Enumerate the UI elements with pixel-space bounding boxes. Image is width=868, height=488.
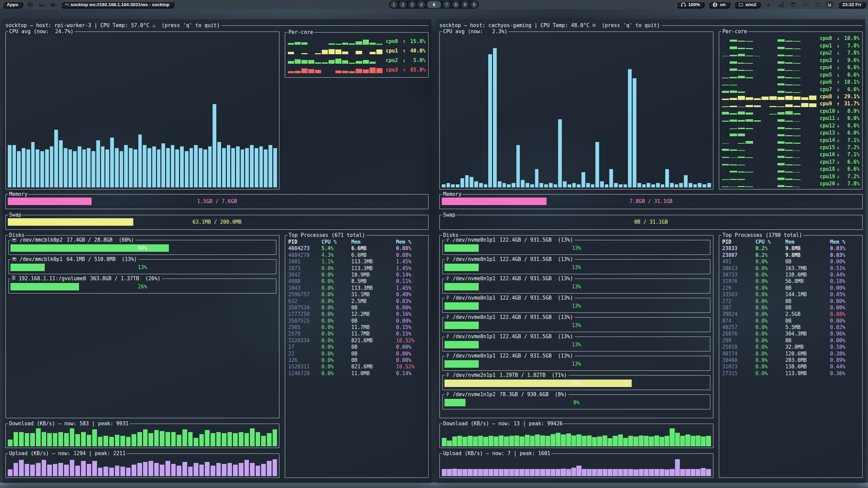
upload-bar: [126, 468, 131, 476]
download-bar: [608, 438, 612, 446]
cpu-history-bar: [558, 119, 562, 187]
spark-bar: [738, 96, 745, 100]
download-chart: [442, 427, 711, 446]
spark-bar: [349, 71, 355, 73]
core-sparkline: [288, 45, 386, 54]
workspace-button-2[interactable]: 2: [399, 1, 407, 8]
workspace-button-4[interactable]: 4: [418, 1, 425, 8]
core-sparkline: [722, 78, 820, 85]
cpu-history-bar: [157, 149, 161, 187]
core-label: cpu20↓7.8%: [820, 180, 860, 187]
process-row: 40842704.3%6.6MB0.08%: [285, 252, 428, 259]
process-row: 304600.0%283.0MB0.89%: [719, 357, 862, 364]
apps-button[interactable]: Apps: [2, 1, 23, 8]
upload-bar: [267, 461, 272, 476]
signal-bars-icon[interactable]: [776, 1, 785, 8]
process-row: 3260.0%0B0.00%: [285, 357, 428, 364]
layers-icon[interactable]: [789, 1, 797, 8]
ethernet-icon: [738, 3, 743, 7]
upload-bar: [489, 469, 493, 476]
disk-entry: /dev/nvme0n1p1122.4GB / 931.5GB (13%)13%: [442, 356, 710, 371]
upload-bar: [442, 469, 447, 476]
download-bar: [489, 436, 493, 446]
upload-bar: [478, 469, 483, 476]
workspace-button-7[interactable]: 7: [443, 1, 450, 8]
power-icon[interactable]: [813, 1, 822, 8]
download-bar: [576, 434, 581, 446]
upload-bar: [115, 466, 120, 476]
disk-usage-percent: 26%: [11, 283, 274, 290]
clock-pill[interactable]: 23:32 Fri: [837, 1, 866, 8]
socktop-window-right[interactable]: socktop — host: cachyos-gaming | CPU Tem…: [437, 19, 865, 483]
window-icon[interactable]: [26, 1, 35, 8]
spark-bar: [342, 60, 348, 64]
workspace-button-1[interactable]: 1: [390, 1, 397, 8]
core-sparkline: [722, 122, 820, 129]
upload-bar: [659, 469, 664, 476]
workspace-button-3[interactable]: 3: [409, 1, 416, 8]
per-core-box: Per-core cpu0↑15.8%cpu1↑40.0%cpu2↓5.0%cp…: [285, 32, 429, 78]
disk-entry-header: /dev/nvme0n1p1122.4GB / 931.5GB (13%): [445, 314, 575, 321]
core-label: cpu6↑10.1%: [820, 79, 860, 85]
usage-chart-icon[interactable]: [825, 1, 834, 8]
process-row: 238330.2%9.8MB0.03%: [719, 245, 862, 252]
cpu-history-bar: [633, 78, 636, 187]
cpu-history-bar: [152, 146, 156, 187]
upload-bar: [571, 468, 576, 476]
download-bar: [675, 433, 680, 446]
bolt-icon[interactable]: [764, 1, 773, 8]
workspace-button-8[interactable]: 8: [452, 1, 459, 8]
terminal-title-pill[interactable]: ~: socktop ws://192.168.1.104:3031/ws - …: [60, 1, 174, 8]
upload-bar: [623, 469, 628, 476]
apps-label: Apps: [7, 2, 18, 7]
process-row: 268760.0%304.3MB0.96%: [719, 331, 862, 337]
spark-bar: [777, 185, 785, 187]
spark-bar: [746, 97, 753, 100]
spark-bar: [738, 186, 745, 187]
bell-icon[interactable]: [801, 1, 810, 8]
per-core-label: Per-core: [288, 29, 314, 36]
workspace-button-9[interactable]: 9: [461, 1, 469, 8]
download-bar: [194, 438, 198, 446]
upload-bar: [649, 469, 654, 476]
volume-pill[interactable]: 100%: [676, 1, 705, 8]
download-bar: [592, 437, 597, 446]
download-bar: [587, 435, 592, 446]
core-row-cpu2: cpu2↓7.8%: [722, 49, 860, 56]
spark-bar: [738, 54, 745, 57]
disk-entry-header: /dev/nvme0n1p1122.4GB / 931.5GB (13%): [445, 333, 575, 340]
cpu-history-bar: [600, 181, 604, 187]
core-row-cpu9: cpu9↑31.7%: [722, 100, 860, 107]
spark-bar: [308, 60, 314, 64]
spark-bar: [342, 52, 348, 54]
disk-usage-percent: 60%: [11, 244, 274, 252]
disk-usage-bar: 13%: [445, 244, 708, 252]
download-bar: [618, 434, 623, 446]
process-row: 2070.0%0B0.00%: [719, 305, 862, 311]
cpu-history-bar: [647, 183, 650, 187]
socktop-window-left[interactable]: socktop — host: rpi-worker-3 | CPU Temp:…: [3, 19, 431, 483]
spark-bar: [301, 68, 308, 73]
cpu-history-bar: [17, 151, 21, 187]
spark-bar: [356, 69, 362, 73]
cpu-history-bar: [124, 145, 128, 187]
bluetooth-pill[interactable]: on: [708, 1, 730, 8]
network-pill[interactable]: eno2: [734, 1, 761, 8]
cpu-history-bar: [180, 146, 184, 187]
workspace-button-6[interactable]: 6: [427, 1, 441, 8]
swap-meter: 0B / 31.1GB: [442, 218, 860, 226]
workspace-button-0[interactable]: 0: [471, 1, 478, 8]
process-row: 307330.0%138.6MB0.44%: [719, 272, 862, 278]
spark-bar: [738, 134, 745, 137]
folder-icon[interactable]: [49, 1, 58, 8]
upload-bar: [535, 469, 540, 476]
upload-bar: [261, 464, 266, 476]
download-bar: [680, 436, 685, 446]
download-bar: [525, 435, 530, 446]
mail-icon[interactable]: [37, 1, 46, 8]
process-row: 2260.0%0B0.00%: [719, 285, 862, 291]
top-bar-right: 100% on eno2: [676, 1, 866, 8]
cpu-history-bar: [185, 151, 189, 187]
cpu-history-bar: [269, 145, 272, 187]
spark-bar: [730, 68, 737, 71]
